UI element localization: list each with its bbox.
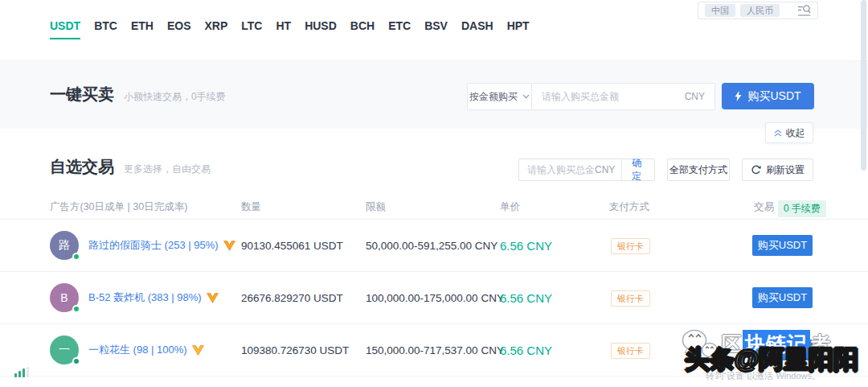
payment-method-cell: 银行卡 [611,290,650,305]
header-price: 单价 [500,200,520,214]
filter-amount-input[interactable] [527,164,595,175]
avatar-initial: B [60,291,68,304]
payment-filter-button[interactable]: 全部支付方式 [667,159,730,181]
gold-medal-icon [223,241,235,251]
mini-chart-icon[interactable] [14,367,29,377]
action-cell: 购买USDT [752,287,813,308]
tab-husd[interactable]: HUSD [305,19,337,39]
chevron-down-icon [522,94,530,99]
online-status-dot [72,305,80,313]
offer-limit: 100,000.00-175,000.00 CNY [366,292,504,304]
country-button[interactable]: 中国 [705,4,735,17]
quick-trade-header: 一键买卖 小额快速交易，0手续费 [50,84,226,105]
tab-etc[interactable]: ETC [388,19,411,39]
tab-usdt[interactable]: USDT [50,19,80,39]
custom-trade-subtitle: 更多选择，自由交易 [124,163,211,176]
tab-bch[interactable]: BCH [350,19,375,39]
zero-fee-badge: 0 手续费 [778,200,826,217]
buy-mode-label: 按金额购买 [469,90,518,104]
offers-list: 路 路过的假面骑士 (253 | 95%) 90130.455061 USDT … [0,220,868,377]
tab-dash[interactable]: DASH [461,19,493,39]
bank-card-tag: 银行卡 [611,343,650,359]
tab-hpt[interactable]: HPT [507,19,530,39]
gold-medal-icon [192,345,204,356]
advertiser-name-link[interactable]: 路过的假面骑士 (253 | 95%) [88,238,219,253]
offer-price: 6.56 CNY [500,239,552,253]
offer-amount: 26676.829270 USDT [241,292,343,304]
offer-price: 6.56 CNY [500,291,552,305]
buy-usdt-button[interactable]: 购买USDT [752,235,813,256]
advertiser-cell: B-52 轰炸机 (383 | 98%) [88,290,219,305]
avatar[interactable]: 一 [50,336,79,364]
double-chevron-up-icon [774,130,782,137]
tab-bsv[interactable]: BSV [424,19,448,39]
currency-button[interactable]: 人民币 [740,4,780,17]
action-cell: 购买USDT [752,340,813,360]
custom-trade-header: 自选交易 更多选择，自由交易 [50,156,211,178]
buy-usdt-button[interactable]: 购买USDT [752,340,813,360]
buy-mode-select[interactable]: 按金额购买 [467,83,532,110]
refresh-icon [751,165,761,175]
custom-trade-title: 自选交易 [50,156,114,178]
bank-card-tag: 银行卡 [611,238,650,254]
header-amount: 数量 [241,200,261,214]
quick-trade-subtitle: 小额快速交易，0手续费 [124,90,226,104]
quick-trade-title: 一键买卖 [50,84,114,105]
tab-ltc[interactable]: LTC [241,19,262,39]
quick-buy-label: 购买USDT [747,89,800,104]
action-cell: 购买USDT [752,235,813,256]
refresh-settings-button[interactable]: 刷新设置 [742,159,813,181]
offer-amount: 90130.455061 USDT [241,240,343,252]
confirm-button[interactable]: 确定 [622,156,654,183]
offer-limit: 50,000.00-591,255.00 CNY [366,240,497,252]
scrollbar-thumb[interactable] [861,0,866,171]
gold-medal-icon [207,293,219,303]
advertiser-name-link[interactable]: 一粒花生 (98 | 100%) [88,343,187,357]
tab-xrp[interactable]: XRP [204,19,227,39]
online-status-dot [72,253,80,261]
filter-amount-group: CNY 确定 [518,159,655,181]
collapse-label: 收起 [786,126,805,140]
refresh-settings-label: 刷新设置 [766,163,805,177]
quick-amount-box: CNY [532,83,715,110]
quick-amount-input[interactable] [542,91,685,102]
tab-btc[interactable]: BTC [94,19,117,39]
offer-row: 一 一粒花生 (98 | 100%) 109380.726730 USDT 15… [0,324,868,377]
tab-eos[interactable]: EOS [167,19,191,39]
tab-ht[interactable]: HT [276,19,291,39]
coin-tabs: USDT BTC ETH EOS XRP LTC HT HUSD BCH ETC… [50,19,530,39]
avatar[interactable]: B [50,283,79,312]
avatar-initial: 一 [59,343,70,357]
payment-method-cell: 银行卡 [611,343,650,357]
region-selector: 中国 人民币 [698,2,818,19]
advertiser-cell: 一粒花生 (98 | 100%) [88,343,204,357]
tab-eth[interactable]: ETH [131,19,154,39]
online-status-dot [72,357,80,365]
bank-card-tag: 银行卡 [611,290,650,307]
advertiser-cell: 路过的假面骑士 (253 | 95%) [88,238,235,253]
otc-trading-page: USDT BTC ETH EOS XRP LTC HT HUSD BCH ETC… [0,0,868,387]
avatar[interactable]: 路 [50,231,79,260]
quick-amount-currency: CNY [685,91,705,102]
lightning-icon [735,91,742,101]
header-limit: 限额 [366,200,386,214]
offer-row: 路 路过的假面骑士 (253 | 95%) 90130.455061 USDT … [0,220,868,272]
header-payment: 支付方式 [609,200,649,214]
quick-buy-button[interactable]: 购买USDT [722,83,814,109]
search-filter-icon[interactable] [797,4,811,17]
payment-filter-label: 全部支付方式 [669,163,727,177]
header-advertiser: 广告方(30日成单 | 30日完成率) [50,200,187,214]
offer-amount: 109380.726730 USDT [241,344,349,356]
offers-table-header: 广告方(30日成单 | 30日完成率) 数量 限额 单价 支付方式 交易 0 手… [0,197,868,220]
offer-limit: 150,000.00-717,537.00 CNY [366,344,504,356]
offer-row: B B-52 轰炸机 (383 | 98%) 26676.829270 USDT… [0,272,868,324]
avatar-initial: 路 [59,238,70,253]
filter-amount-currency: CNY [595,164,615,175]
offer-price: 6.56 CNY [500,344,552,357]
payment-method-cell: 银行卡 [611,238,650,253]
header-trade: 交易 [754,200,774,214]
buy-usdt-button[interactable]: 购买USDT [752,287,813,308]
advertiser-name-link[interactable]: B-52 轰炸机 (383 | 98%) [88,290,202,305]
collapse-button[interactable]: 收起 [765,122,813,143]
